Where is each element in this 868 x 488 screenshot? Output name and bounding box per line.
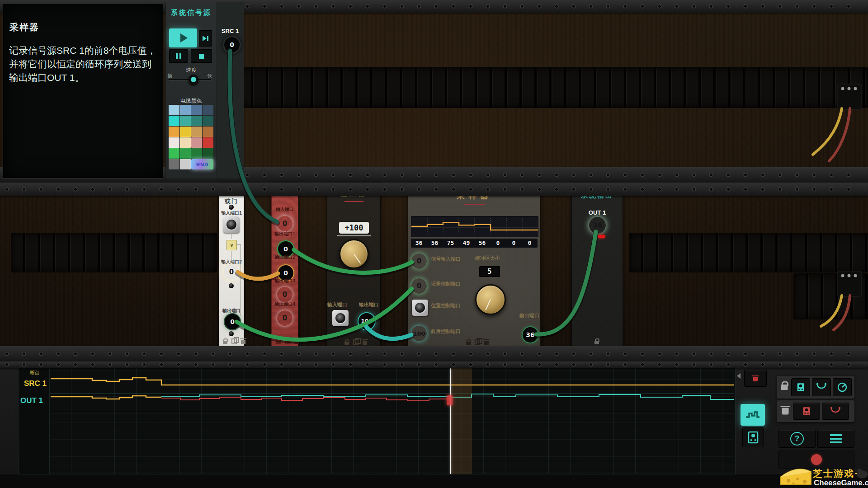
game-stage: 采样器 记录信号源SRC 1的前8个电压值，并将它们以恒定的循环序列发送到输出端… [0,0,868,488]
cheese-logo [778,465,813,488]
mouse-icon [855,467,868,479]
decorative-wires [0,0,868,488]
